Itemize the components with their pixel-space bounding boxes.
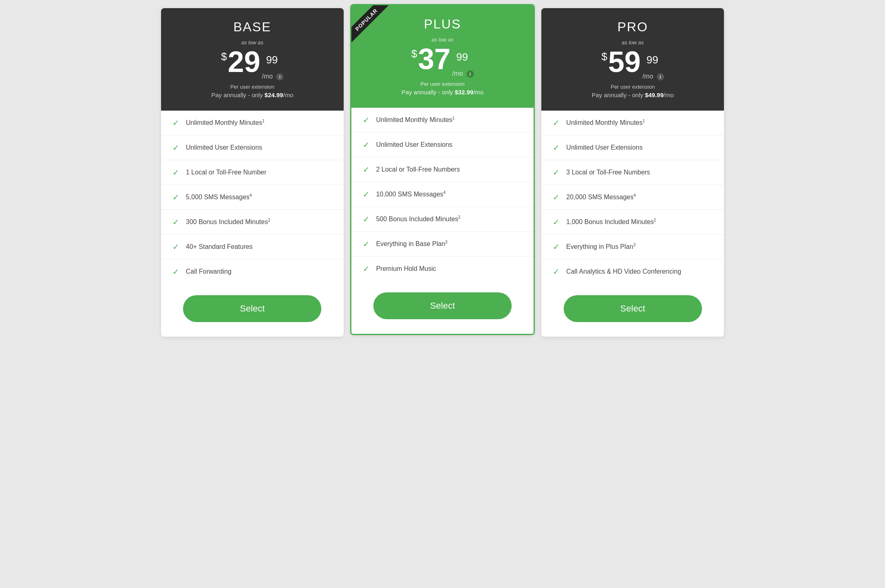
as-low-as-pro: as low as: [549, 39, 716, 46]
check-icon: ✓: [172, 267, 179, 277]
check-icon: ✓: [172, 118, 179, 128]
feature-text: 10,000 SMS Messages4: [376, 190, 446, 198]
feature-text: 500 Bonus Included Minutes2: [376, 215, 460, 223]
pricing-container: BASEas low as$2999/mo iPer user extensio…: [158, 8, 727, 337]
check-icon: ✓: [363, 239, 370, 249]
feature-text: 1 Local or Toll-Free Number: [186, 169, 266, 176]
price-decimal-pro: 99: [641, 54, 664, 66]
list-item: ✓Unlimited Monthly Minutes1: [351, 108, 534, 133]
check-icon: ✓: [553, 192, 560, 202]
price-row-pro: $5999/mo i: [549, 47, 716, 81]
feature-text: Everything in Plus Plan3: [566, 243, 635, 250]
check-icon: ✓: [553, 267, 560, 277]
list-item: ✓1,000 Bonus Included Minutes2: [541, 210, 724, 235]
list-item: ✓20,000 SMS Messages4: [541, 185, 724, 210]
feature-text: 300 Bonus Included Minutes2: [186, 218, 270, 226]
currency-pro: $: [602, 50, 607, 63]
list-item: ✓300 Bonus Included Minutes2: [161, 210, 344, 235]
feature-text: Unlimited User Extensions: [186, 144, 262, 151]
check-icon: ✓: [553, 242, 560, 252]
list-item: ✓Everything in Base Plan3: [351, 232, 534, 257]
list-item: ✓Call Analytics & HD Video Conferencing: [541, 259, 724, 284]
list-item: ✓Unlimited User Extensions: [161, 135, 344, 160]
price-decimal-base: 99: [260, 54, 283, 66]
check-icon: ✓: [363, 214, 370, 224]
plan-name-base: BASE: [169, 20, 336, 35]
info-icon-pro[interactable]: i: [657, 73, 664, 81]
check-icon: ✓: [172, 168, 179, 177]
list-item: ✓Unlimited User Extensions: [351, 133, 534, 157]
check-icon: ✓: [553, 168, 560, 177]
feature-text: 5,000 SMS Messages4: [186, 193, 252, 201]
plan-card-pro: PROas low as$5999/mo iPer user extension…: [541, 8, 724, 337]
check-icon: ✓: [363, 165, 370, 174]
list-item: ✓Unlimited Monthly Minutes1: [161, 111, 344, 135]
feature-text: Premium Hold Music: [376, 265, 436, 272]
info-icon-plus[interactable]: i: [466, 70, 474, 78]
pay-annually-base: Pay annually - only $24.99/mo: [169, 91, 336, 98]
check-icon: ✓: [363, 140, 370, 150]
price-decimal-wrapper-pro: 99/mo i: [641, 50, 664, 81]
check-icon: ✓: [553, 217, 560, 227]
price-main-plus: 37: [418, 44, 451, 74]
check-icon: ✓: [553, 143, 560, 152]
currency-base: $: [221, 50, 227, 63]
plan-header-base: BASEas low as$2999/mo iPer user extensio…: [161, 8, 344, 111]
info-icon-base[interactable]: i: [276, 73, 283, 81]
select-area-pro: Select: [541, 284, 724, 337]
per-mo-base: /mo i: [262, 73, 283, 81]
feature-text: 20,000 SMS Messages4: [566, 193, 636, 201]
per-mo-plus: /mo i: [452, 70, 474, 78]
list-item: ✓1 Local or Toll-Free Number: [161, 160, 344, 185]
as-low-as-plus: as low as: [360, 37, 526, 43]
check-icon: ✓: [172, 242, 179, 252]
plan-name-pro: PRO: [549, 20, 716, 35]
feature-text: Call Forwarding: [186, 268, 231, 275]
check-icon: ✓: [172, 143, 179, 152]
feature-text: Call Analytics & HD Video Conferencing: [566, 268, 681, 275]
check-icon: ✓: [363, 115, 370, 125]
list-item: ✓Unlimited Monthly Minutes1: [541, 111, 724, 135]
plan-name-plus: PLUS: [360, 17, 526, 32]
price-main-base: 29: [228, 47, 260, 76]
features-list-plus: ✓Unlimited Monthly Minutes1✓Unlimited Us…: [351, 108, 534, 281]
per-user-pro: Per user extension: [549, 84, 716, 90]
list-item: ✓Unlimited User Extensions: [541, 135, 724, 160]
check-icon: ✓: [172, 217, 179, 227]
list-item: ✓3 Local or Toll-Free Numbers: [541, 160, 724, 185]
list-item: ✓10,000 SMS Messages4: [351, 182, 534, 207]
select-area-base: Select: [161, 284, 344, 337]
select-button-base[interactable]: Select: [183, 295, 321, 322]
select-button-plus[interactable]: Select: [373, 292, 512, 319]
check-icon: ✓: [363, 189, 370, 199]
price-main-pro: 59: [608, 47, 641, 76]
list-item: ✓Premium Hold Music: [351, 257, 534, 281]
feature-text: Unlimited User Extensions: [376, 141, 453, 148]
price-decimal-wrapper-base: 99/mo i: [260, 50, 283, 81]
feature-text: 1,000 Bonus Included Minutes2: [566, 218, 656, 226]
select-button-pro[interactable]: Select: [564, 295, 702, 322]
feature-text: Unlimited Monthly Minutes1: [186, 119, 264, 126]
feature-text: Unlimited Monthly Minutes1: [376, 116, 455, 124]
pay-annually-pro: Pay annually - only $49.99/mo: [549, 91, 716, 98]
features-list-base: ✓Unlimited Monthly Minutes1✓Unlimited Us…: [161, 111, 344, 284]
list-item: ✓40+ Standard Features: [161, 235, 344, 259]
list-item: ✓2 Local or Toll-Free Numbers: [351, 157, 534, 182]
feature-text: Unlimited Monthly Minutes1: [566, 119, 645, 126]
feature-text: Everything in Base Plan3: [376, 240, 447, 248]
price-row-plus: $3799/mo i: [360, 44, 526, 78]
features-list-pro: ✓Unlimited Monthly Minutes1✓Unlimited Us…: [541, 111, 724, 284]
pay-annually-plus: Pay annually - only $32.99/mo: [360, 89, 526, 96]
as-low-as-base: as low as: [169, 39, 336, 46]
list-item: ✓Everything in Plus Plan3: [541, 235, 724, 259]
list-item: ✓5,000 SMS Messages4: [161, 185, 344, 210]
check-icon: ✓: [553, 118, 560, 128]
price-decimal-wrapper-plus: 99/mo i: [451, 48, 474, 78]
per-user-base: Per user extension: [169, 84, 336, 90]
per-user-plus: Per user extension: [360, 81, 526, 87]
check-icon: ✓: [172, 192, 179, 202]
plan-card-base: BASEas low as$2999/mo iPer user extensio…: [161, 8, 344, 337]
currency-plus: $: [411, 48, 417, 60]
plan-header-plus: POPULARPLUSas low as$3799/mo iPer user e…: [351, 5, 534, 108]
feature-text: 40+ Standard Features: [186, 243, 253, 250]
